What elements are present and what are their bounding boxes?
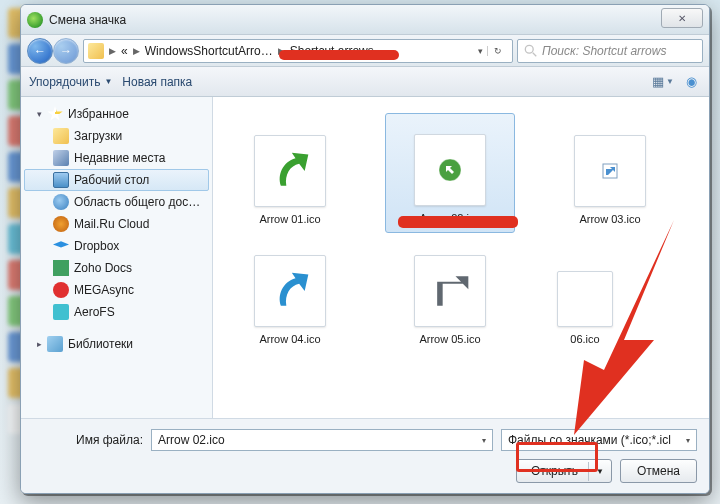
star-icon <box>47 106 63 122</box>
sidebar-favorites-header[interactable]: ▾ Избранное <box>21 103 212 125</box>
collapse-icon: ▸ <box>37 339 42 349</box>
cancel-button[interactable]: Отмена <box>620 459 697 483</box>
file-thumbnail <box>254 135 326 207</box>
chevron-down-icon: ▾ <box>686 436 690 445</box>
arrow-icon <box>268 269 312 313</box>
mailru-icon <box>53 216 69 232</box>
window-title: Смена значка <box>49 13 126 27</box>
file-name: Arrow 03.ico <box>579 213 640 225</box>
new-folder-button[interactable]: Новая папка <box>122 75 192 89</box>
chevron-right-icon: ▶ <box>276 46 287 56</box>
chevron-down-icon: ▼ <box>104 77 112 86</box>
svg-point-0 <box>525 45 533 53</box>
zoho-icon <box>53 260 69 276</box>
aerofs-icon <box>53 304 69 320</box>
filename-input[interactable]: Arrow 02.ico ▾ <box>151 429 493 451</box>
sidebar-libraries-header[interactable]: ▸ Библиотеки <box>21 333 212 355</box>
file-thumbnail <box>414 134 486 206</box>
folder-icon <box>88 43 104 59</box>
nav-back-button[interactable]: ← <box>27 38 53 64</box>
chevron-down-icon: ▼ <box>666 77 674 86</box>
sidebar-item-aerofs[interactable]: AeroFS <box>21 301 212 323</box>
toolbar: Упорядочить▼ Новая папка ▦▼ ◉ <box>21 67 709 97</box>
file-name: Arrow 02.ico <box>419 212 480 224</box>
filetype-filter[interactable]: Файлы со значками (*.ico;*.icl ▾ <box>501 429 697 451</box>
organize-button[interactable]: Упорядочить▼ <box>29 75 112 89</box>
sidebar-item-dropbox[interactable]: Dropbox <box>21 235 212 257</box>
open-button[interactable]: Открыть▼ <box>516 459 612 483</box>
search-icon <box>524 44 538 58</box>
file-item[interactable]: Arrow 05.ico <box>385 233 515 353</box>
libraries-icon <box>47 336 63 352</box>
collapse-icon: ▾ <box>37 109 42 119</box>
chevron-down-icon: ▾ <box>482 436 486 445</box>
breadcrumb-part[interactable]: Shortcut arrows <box>290 44 374 58</box>
breadcrumb-part[interactable]: WindowsShortcutArro… <box>145 44 273 58</box>
downloads-icon <box>53 128 69 144</box>
close-button[interactable]: ✕ <box>661 8 703 28</box>
file-thumbnail <box>557 271 613 327</box>
arrow-icon <box>438 158 462 182</box>
file-thumbnail <box>414 255 486 327</box>
title-bar[interactable]: Смена значка ✕ <box>21 5 709 35</box>
address-bar: ← → ▶ « ▶ WindowsShortcutArro… ▶ Shortcu… <box>21 35 709 67</box>
filename-label: Имя файла: <box>33 433 143 447</box>
app-icon <box>27 12 43 28</box>
file-item[interactable]: Arrow 01.ico <box>225 113 355 233</box>
file-item[interactable]: Arrow 03.ico <box>545 113 675 233</box>
file-thumbnail <box>574 135 646 207</box>
svg-line-1 <box>533 52 537 56</box>
file-name: Arrow 04.ico <box>259 333 320 345</box>
open-file-dialog: Смена значка ✕ ← → ▶ « ▶ WindowsShortcut… <box>20 4 710 494</box>
mega-icon <box>53 282 69 298</box>
dropbox-icon <box>53 238 69 254</box>
help-button[interactable]: ◉ <box>681 73 701 91</box>
file-name: 06.ico <box>570 333 599 345</box>
sidebar-item-mailru[interactable]: Mail.Ru Cloud <box>21 213 212 235</box>
arrow-icon <box>602 163 618 179</box>
breadcrumb[interactable]: ▶ « ▶ WindowsShortcutArro… ▶ Shortcut ar… <box>83 39 513 63</box>
arrow-icon <box>268 149 312 193</box>
file-list[interactable]: Arrow 01.ico Arrow 02.ico Arrow 03.ico A… <box>213 97 709 418</box>
sidebar-item-public[interactable]: Область общего доступа <box>21 191 212 213</box>
breadcrumb-ellipsis[interactable]: « <box>121 44 128 58</box>
file-name: Arrow 05.ico <box>419 333 480 345</box>
arrow-icon <box>428 269 472 313</box>
breadcrumb-dropdown[interactable]: ▾↻ <box>476 46 508 56</box>
chevron-right-icon: ▶ <box>131 46 142 56</box>
file-thumbnail <box>254 255 326 327</box>
file-item[interactable]: 06.ico <box>545 233 625 353</box>
sidebar-item-recent[interactable]: Недавние места <box>21 147 212 169</box>
chevron-right-icon: ▶ <box>107 46 118 56</box>
file-item[interactable]: Arrow 04.ico <box>225 233 355 353</box>
chevron-down-icon[interactable]: ▼ <box>588 462 611 481</box>
sidebar-item-downloads[interactable]: Загрузки <box>21 125 212 147</box>
nav-forward-button[interactable]: → <box>53 38 79 64</box>
view-button[interactable]: ▦▼ <box>653 73 673 91</box>
desktop-icon <box>53 172 69 188</box>
sidebar[interactable]: ▾ Избранное Загрузки Недавние места Рабо… <box>21 97 213 418</box>
sidebar-item-desktop[interactable]: Рабочий стол <box>24 169 209 191</box>
file-name: Arrow 01.ico <box>259 213 320 225</box>
recent-icon <box>53 150 69 166</box>
search-input[interactable]: Поиск: Shortcut arrows <box>517 39 703 63</box>
sidebar-item-zoho[interactable]: Zoho Docs <box>21 257 212 279</box>
dialog-footer: Имя файла: Arrow 02.ico ▾ Файлы со значк… <box>21 418 709 493</box>
sidebar-item-mega[interactable]: MEGAsync <box>21 279 212 301</box>
globe-icon <box>53 194 69 210</box>
search-placeholder: Поиск: Shortcut arrows <box>542 44 666 58</box>
file-item-selected[interactable]: Arrow 02.ico <box>385 113 515 233</box>
